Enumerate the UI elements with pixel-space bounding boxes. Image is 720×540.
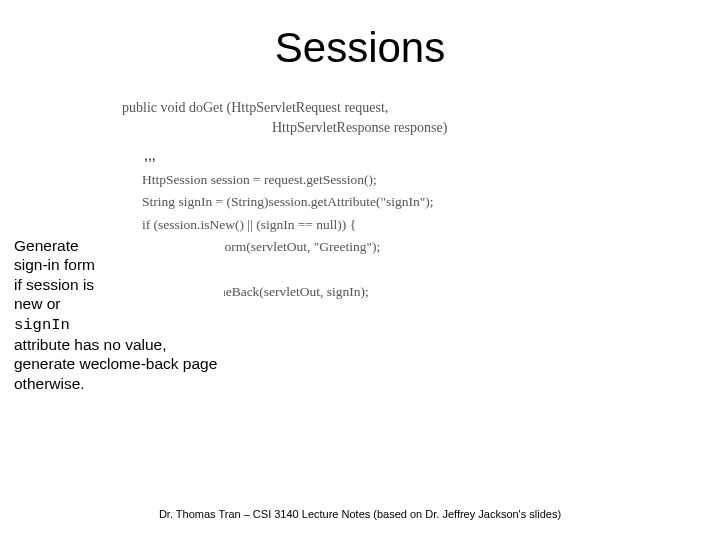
code-line-1: HttpSession session = request.getSession… [142,172,377,187]
anno-l3: if session is [14,276,94,293]
footer-credit: Dr. Thomas Tran – CSI 3140 Lecture Notes… [0,508,720,520]
slide-title: Sessions [0,24,720,72]
anno-l5: signIn [14,316,70,334]
code-block: HttpSession session = request.getSession… [142,169,700,325]
method-sig-line2: HttpServletResponse response) [272,118,447,138]
content-area: public void doGet (HttpServletRequest re… [0,98,720,325]
anno-l6: attribute has no value, [14,336,167,353]
anno-l1: Generate [14,237,79,254]
method-sig-line1: public void doGet (HttpServletRequest re… [122,100,388,115]
ellipsis: ,,, [144,147,700,163]
code-line-3: if (session.isNew() || (signIn == null))… [142,217,356,232]
anno-l7: generate weclome-back page [14,355,217,372]
annotation-text: Generate sign-in form if session is new … [14,236,224,393]
anno-l4: new or [14,295,61,312]
anno-l8: otherwise. [14,375,85,392]
code-line-2: String signIn = (String)session.getAttri… [142,194,434,209]
method-signature: public void doGet (HttpServletRequest re… [122,98,700,137]
anno-l2: sign-in form [14,256,95,273]
